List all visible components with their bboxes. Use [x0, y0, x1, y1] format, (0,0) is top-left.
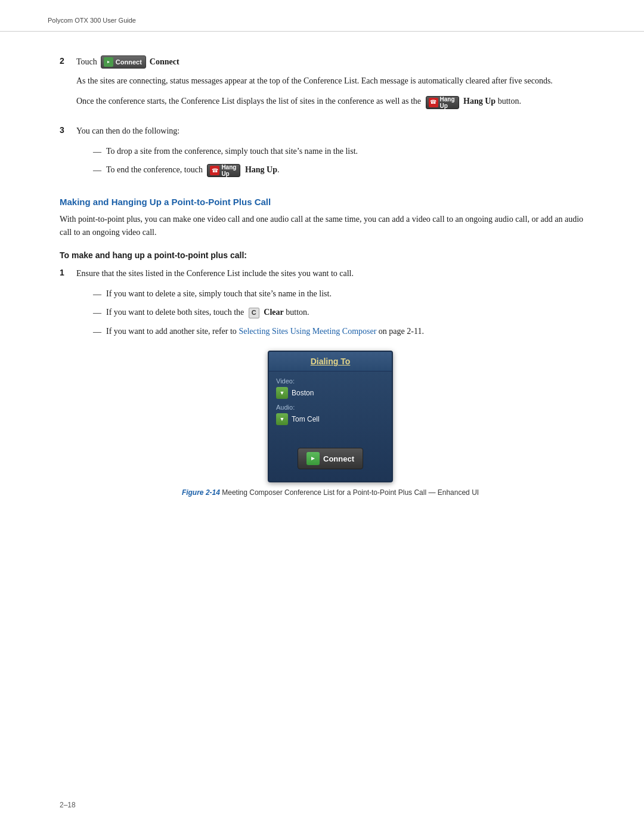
figure-container: Dialing To Video: Boston Audio: Tom [76, 351, 584, 497]
bullet-1b-3: — If you want to add another site, refer… [93, 325, 584, 339]
bullet-1b-3-prefix: If you want to add another site, refer t… [106, 327, 237, 336]
bullet-dash-1b-3: — [93, 325, 106, 339]
page-header: Polycom OTX 300 User Guide [0, 0, 644, 32]
section-heading: Making and Hanging Up a Point-to-Point P… [60, 197, 584, 207]
step-2-number: 2 [60, 55, 76, 66]
bullet-1b-2: — If you want to delete both sites, touc… [93, 306, 584, 320]
hangup-button-image: ☎ HangUp [426, 96, 459, 109]
dialing-audio-row: Tom Cell [276, 413, 385, 425]
clear-button-image: C [249, 308, 259, 318]
hangup-text: HangUp [440, 96, 455, 109]
bullet-1b-1: — If you want to delete a site, simply t… [93, 287, 584, 301]
bullet-text-2: To end the conference, touch ☎ HangUp Ha… [106, 163, 584, 177]
bullet-1b-2-suffix: button. [286, 308, 309, 317]
header-title: Polycom OTX 300 User Guide [48, 17, 136, 24]
step-1b-block: 1 Ensure that the sites listed in the Co… [60, 267, 584, 509]
bullet-item-1: — To drop a site from the conference, si… [93, 145, 584, 159]
step-1b-number: 1 [60, 267, 76, 277]
hangup-icon-2: ☎ [210, 166, 219, 175]
dialing-audio-arrow [276, 413, 288, 425]
bullet-1b-3-suffix: on page 2-11. [379, 327, 424, 336]
step-2-para2-text: Once the conference starts, the Conferen… [76, 97, 421, 106]
dialing-audio-label: Audio: [276, 404, 385, 411]
connect-bold-label: Connect [150, 57, 179, 67]
touch-label: Touch [76, 57, 97, 67]
dialing-spacer [276, 430, 385, 448]
dialing-video-site: Boston [292, 389, 314, 397]
step-3-block: 3 You can then do the following: — To dr… [60, 125, 584, 184]
dialing-title: Dialing To [276, 357, 385, 366]
dialing-connect-button[interactable]: Connect [298, 448, 363, 469]
clear-bold: Clear [264, 308, 283, 317]
page-footer: 2–18 [60, 801, 584, 809]
bullet-dash-1b-1: — [93, 287, 106, 301]
main-content: 2 Touch Connect Connect As [0, 32, 644, 553]
bullet-1b-2-prefix: If you want to delete both sites, touch … [106, 308, 244, 317]
step-2-content: Touch Connect Connect As the sites are c… [76, 55, 584, 116]
dialing-connect-icon [306, 452, 320, 465]
bullet-item-2: — To end the conference, touch ☎ HangUp … [93, 163, 584, 177]
bullet-text-1b-3: If you want to add another site, refer t… [106, 325, 584, 338]
step-2-line: Touch Connect Connect [76, 55, 584, 69]
step-3-number: 3 [60, 125, 76, 135]
step-1b-text: Ensure that the sites listed in the Conf… [76, 267, 584, 280]
section-para: With point-to-point plus, you can make o… [60, 213, 584, 240]
dialing-video-label: Video: [276, 377, 385, 385]
dialing-screen: Dialing To Video: Boston Audio: Tom [268, 351, 393, 482]
figure-caption: Figure 2-14 Meeting Composer Conference … [182, 488, 479, 497]
bullet-text-1b-2: If you want to delete both sites, touch … [106, 306, 584, 319]
step-2-block: 2 Touch Connect Connect As [60, 55, 584, 116]
sub-heading: To make and hang up a point-to-point plu… [60, 250, 584, 260]
bullet-2-suffix: . [277, 165, 280, 174]
dialing-audio-site: Tom Cell [292, 415, 320, 423]
hangup-icon: ☎ [429, 98, 438, 107]
selecting-sites-link[interactable]: Selecting Sites Using Meeting Composer [239, 327, 376, 336]
bullet-text-1b-1: If you want to delete a site, simply tou… [106, 287, 584, 301]
step-2-para2: Once the conference starts, the Conferen… [76, 95, 584, 109]
step-1b-bullets: — If you want to delete a site, simply t… [93, 287, 584, 339]
bullet-dash-1b-2: — [93, 306, 106, 320]
dialing-connect-text: Connect [323, 454, 354, 463]
dialing-body: Video: Boston Audio: Tom Cell [269, 371, 392, 481]
step-3-content: You can then do the following: — To drop… [76, 125, 584, 184]
bullet-dash-2: — [93, 163, 106, 177]
page-number: 2–18 [60, 801, 76, 809]
dialing-video-arrow [276, 387, 288, 399]
step-3-bullets: — To drop a site from the conference, si… [93, 145, 584, 178]
bullet-dash-1: — [93, 145, 106, 159]
hang-up-bold: Hang Up [463, 97, 496, 106]
connect-btn-label: Connect [116, 58, 142, 66]
hangup-button-image-2: ☎ HangUp [207, 164, 240, 177]
bullet-2-prefix: To end the conference, touch [106, 165, 203, 174]
dialing-video-row: Boston [276, 387, 385, 399]
hang-up-suffix: button. [498, 97, 521, 106]
bullet-text-1: To drop a site from the conference, simp… [106, 145, 584, 158]
connect-button-image: Connect [101, 55, 146, 69]
dialing-title-bar: Dialing To [269, 352, 392, 371]
step-1b-content: Ensure that the sites listed in the Conf… [76, 267, 584, 509]
connect-icon [104, 57, 113, 67]
step-2-para1: As the sites are connecting, status mess… [76, 75, 584, 88]
step-3-text: You can then do the following: [76, 125, 584, 138]
hangup-text-2: HangUp [221, 164, 236, 177]
bullet-2-bold: Hang Up [245, 165, 277, 174]
page-container: Polycom OTX 300 User Guide 2 Touch Conn [0, 0, 644, 833]
figure-number: Figure 2-14 [182, 488, 220, 497]
figure-description: Meeting Composer Conference List for a P… [222, 488, 479, 497]
